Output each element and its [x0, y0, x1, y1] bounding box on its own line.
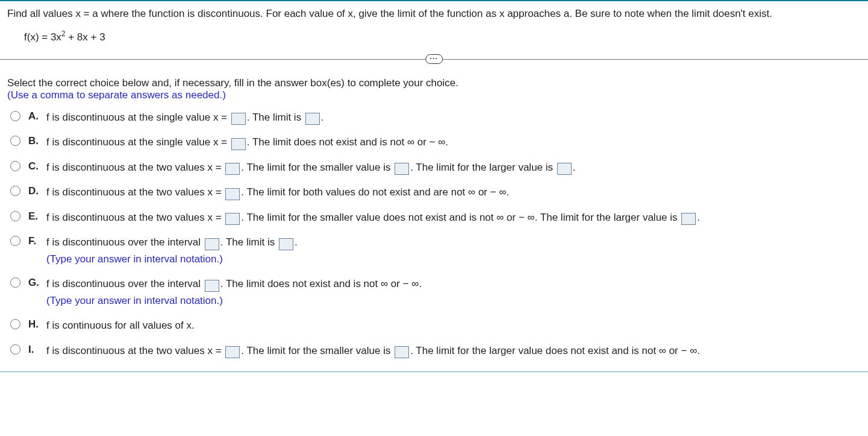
choice-f-text-1: f is discontinuous over the interval: [46, 236, 204, 248]
radio-d[interactable]: [10, 186, 20, 196]
choice-d: D. f is discontinuous at the two values …: [7, 185, 861, 200]
choice-body: f is discontinuous over the interval . T…: [46, 235, 861, 267]
choice-c-text-2: . The limit for the smaller value is: [241, 162, 393, 173]
instruction-line-2: (Use a comma to separate answers as need…: [7, 89, 861, 101]
blank-c-3[interactable]: [557, 163, 572, 175]
choice-f: F. f is discontinuous over the interval …: [7, 235, 861, 267]
equation-prefix: f(x) = 3x: [24, 31, 61, 43]
choice-body: f is discontinuous over the interval . T…: [46, 276, 861, 308]
instruction-line-1: Select the correct choice below and, if …: [7, 77, 861, 89]
choice-letter: B.: [28, 135, 40, 147]
choice-e-text-3: .: [697, 212, 700, 223]
choice-h-text-1: f is continuous for all values of x.: [46, 320, 195, 331]
radio-a[interactable]: [10, 111, 20, 121]
choice-e-text-2: . The limit for the smaller value does n…: [241, 212, 680, 223]
question-area: Find all values x = a where the function…: [0, 7, 868, 43]
choice-f-note: (Type your answer in interval notation.): [46, 251, 861, 267]
top-border: [0, 0, 868, 1]
blank-a-2[interactable]: [305, 113, 320, 125]
choice-f-text-2: . The limit is: [220, 236, 278, 248]
equation-suffix: + 8x + 3: [66, 31, 105, 43]
choice-letter: H.: [28, 318, 40, 330]
choice-body: f is discontinuous at the two values x =…: [46, 210, 861, 226]
choice-letter: I.: [28, 344, 40, 356]
radio-f[interactable]: [10, 236, 20, 246]
blank-d-1[interactable]: [225, 188, 240, 200]
choice-g-note: (Type your answer in interval notation.): [46, 293, 861, 309]
choice-body: f is discontinuous at the single value x…: [46, 110, 861, 125]
choice-letter: D.: [28, 185, 40, 197]
radio-c[interactable]: [10, 161, 20, 171]
choice-letter: G.: [28, 277, 40, 289]
choice-i: I. f is discontinuous at the two values …: [7, 343, 861, 359]
bottom-border: [0, 371, 868, 372]
content-divider: •••: [0, 54, 868, 64]
choice-g: G. f is discontinuous over the interval …: [7, 276, 861, 308]
choice-body: f is discontinuous at the two values x =…: [46, 185, 861, 200]
blank-a-1[interactable]: [231, 113, 246, 125]
radio-e[interactable]: [10, 211, 20, 221]
choice-d-text-1: f is discontinuous at the two values x =: [46, 186, 224, 198]
choice-b-text-1: f is discontinuous at the single value x…: [46, 136, 230, 148]
expand-toggle-icon[interactable]: •••: [425, 54, 443, 64]
choice-body: f is continuous for all values of x.: [46, 318, 861, 333]
choice-letter: E.: [28, 210, 40, 223]
choice-a-text-2: . The limit is: [247, 112, 304, 123]
blank-i-1[interactable]: [225, 346, 240, 358]
blank-g-1[interactable]: [205, 280, 219, 292]
blank-e-1[interactable]: [225, 213, 240, 225]
instructions: Select the correct choice below and, if …: [0, 77, 868, 101]
choice-g-text-2: . The limit does not exist and is not ∞ …: [220, 278, 422, 289]
choice-body: f is discontinuous at the two values x =…: [46, 160, 861, 175]
radio-h[interactable]: [10, 319, 20, 329]
blank-b-1[interactable]: [231, 138, 246, 150]
choice-b: B. f is discontinuous at the single valu…: [7, 134, 861, 150]
choice-e-text-1: f is discontinuous at the two values x =: [46, 212, 224, 223]
choice-d-text-2: . The limit for both values do not exist…: [241, 186, 509, 198]
choice-h: H. f is continuous for all values of x.: [7, 318, 861, 333]
blank-c-1[interactable]: [225, 163, 240, 175]
radio-g[interactable]: [10, 277, 20, 288]
choice-i-text-2: . The limit for the smaller value is: [241, 345, 393, 356]
choice-a-text-3: .: [321, 112, 324, 123]
choice-f-text-3: .: [295, 236, 298, 248]
choice-a: A. f is discontinuous at the single valu…: [7, 110, 861, 125]
function-equation: f(x) = 3x2 + 8x + 3: [7, 30, 861, 43]
choice-g-text-1: f is discontinuous over the interval: [46, 278, 204, 289]
blank-i-2[interactable]: [395, 346, 409, 358]
choice-e: E. f is discontinuous at the two values …: [7, 210, 861, 226]
equation-exponent: 2: [61, 30, 66, 38]
choices-list: A. f is discontinuous at the single valu…: [0, 101, 868, 359]
blank-e-2[interactable]: [681, 213, 696, 225]
blank-f-2[interactable]: [279, 238, 293, 250]
choice-letter: F.: [28, 235, 40, 247]
choice-i-text-1: f is discontinuous at the two values x =: [46, 345, 224, 356]
choice-body: f is discontinuous at the two values x =…: [46, 343, 861, 359]
choice-c-text-3: . The limit for the larger value is: [410, 162, 556, 173]
choice-body: f is discontinuous at the single value x…: [46, 134, 861, 150]
choice-c: C. f is discontinuous at the two values …: [7, 160, 861, 175]
radio-b[interactable]: [10, 136, 20, 146]
choice-i-text-3: . The limit for the larger value does no…: [410, 345, 700, 356]
blank-c-2[interactable]: [395, 163, 409, 175]
choice-letter: A.: [28, 110, 40, 122]
question-prompt: Find all values x = a where the function…: [7, 7, 861, 21]
blank-f-1[interactable]: [205, 238, 219, 250]
choice-c-text-1: f is discontinuous at the two values x =: [46, 162, 224, 173]
radio-i[interactable]: [10, 344, 20, 355]
choice-letter: C.: [28, 160, 40, 172]
choice-a-text-1: f is discontinuous at the single value x…: [46, 112, 230, 123]
choice-b-text-2: . The limit does not exist and is not ∞ …: [247, 136, 448, 148]
choice-c-text-4: .: [573, 162, 576, 173]
